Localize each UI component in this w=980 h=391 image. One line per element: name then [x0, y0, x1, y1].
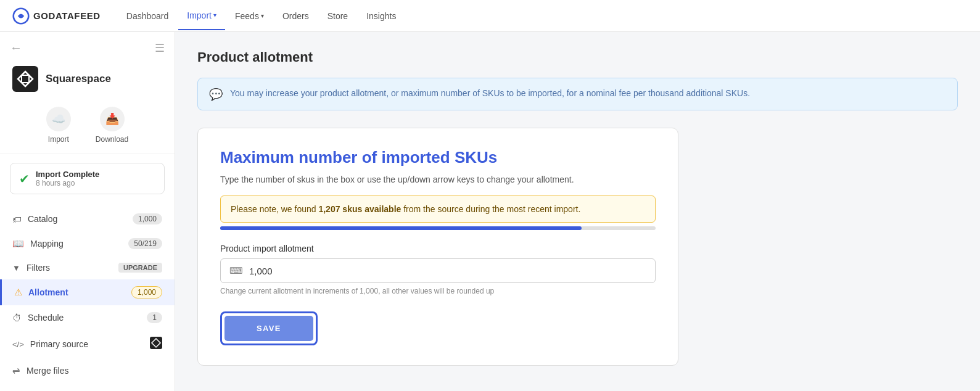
catalog-icon: 🏷	[12, 214, 22, 224]
sidebar-back-button[interactable]: ←	[10, 41, 22, 55]
progress-bar-fill	[220, 226, 582, 230]
schedule-icon: ⏱	[12, 313, 22, 323]
info-banner: 💬 You may increase your product allotmen…	[197, 78, 958, 110]
merge-files-icon: ⇌	[12, 365, 20, 376]
main-content: Product allotment 💬 You may increase you…	[175, 32, 980, 391]
allotment-badge: 1,000	[131, 286, 162, 298]
sidebar-menu-icon[interactable]: ☰	[155, 41, 165, 55]
logo-icon	[12, 7, 30, 25]
keyboard-icon: ⌨	[229, 265, 243, 276]
info-banner-text: You may increase your product allotment,…	[230, 87, 750, 100]
sidebar-item-mapping[interactable]: 📖 Mapping 50/219	[0, 231, 175, 256]
import-action-icon: ☁️	[46, 107, 71, 131]
field-label: Product import allotment	[220, 244, 656, 253]
nav-feeds[interactable]: Feeds▾	[226, 2, 273, 30]
catalog-label: Catalog	[28, 214, 57, 224]
primary-source-label: Primary source	[30, 339, 88, 349]
logo[interactable]: GODATAFEED	[12, 7, 101, 25]
import-action-label: Import	[48, 135, 69, 144]
sidebar-item-schedule[interactable]: ⏱ Schedule 1	[0, 305, 175, 330]
filters-badge: UPGRADE	[118, 263, 162, 273]
sidebar-item-primary-source[interactable]: </> Primary source	[0, 330, 175, 358]
nav-orders[interactable]: Orders	[274, 2, 318, 30]
nav-import[interactable]: Import▾	[178, 2, 225, 30]
save-btn-outer: SAVE	[220, 311, 318, 345]
import-action[interactable]: ☁️ Import	[46, 107, 71, 144]
logo-text: GODATAFEED	[33, 10, 101, 21]
sidebar-top-controls: ← ☰	[0, 32, 175, 64]
import-status-label: Import Complete	[36, 170, 99, 179]
download-action[interactable]: 📥 Download	[96, 107, 128, 144]
import-chevron-icon: ▾	[213, 12, 216, 19]
allotment-label: Allotment	[28, 287, 68, 297]
page-title: Product allotment	[197, 49, 958, 65]
nav-store[interactable]: Store	[319, 2, 356, 30]
schedule-label: Schedule	[28, 313, 64, 323]
sidebar-brand: Squarespace	[0, 64, 175, 102]
filters-icon: ▼	[12, 263, 20, 273]
primary-source-icon: </>	[12, 340, 24, 349]
primary-source-squarespace-icon	[150, 337, 162, 352]
nav-links: Dashboard Import▾ Feeds▾ Orders Store In…	[118, 2, 405, 30]
sidebar-nav: 🏷 Catalog 1,000 📖 Mapping 50/219 ▼ Filte…	[0, 203, 175, 391]
nav-insights[interactable]: Insights	[358, 2, 405, 30]
field-input-wrap: ⌨	[220, 258, 656, 283]
info-chat-icon: 💬	[209, 88, 223, 101]
sidebar-item-merge-files[interactable]: ⇌ Merge files	[0, 358, 175, 383]
sidebar: ← ☰ Squarespace ☁️ Import	[0, 32, 175, 391]
allotment-input[interactable]	[249, 266, 646, 276]
warning-box: Please note, we found 1,207 skus availab…	[220, 196, 656, 223]
allotment-card: Maximum number of imported SKUs Type the…	[197, 128, 678, 366]
sidebar-actions: ☁️ Import 📥 Download	[0, 102, 175, 154]
download-action-icon: 📥	[100, 107, 125, 131]
import-status-banner: ✔ Import Complete 8 hours ago	[10, 163, 165, 194]
sidebar-item-catalog[interactable]: 🏷 Catalog 1,000	[0, 207, 175, 231]
warning-text-pre: Please note, we found	[231, 204, 318, 214]
sidebar-item-filters[interactable]: ▼ Filters UPGRADE	[0, 256, 175, 279]
catalog-badge: 1,000	[133, 213, 162, 224]
warning-text-post: from the source during the most recent i…	[401, 204, 580, 214]
mapping-label: Mapping	[30, 239, 64, 249]
save-button[interactable]: SAVE	[224, 316, 313, 341]
card-subtitle: Type the number of skus in the box or us…	[220, 175, 656, 184]
squarespace-logo	[12, 66, 38, 92]
nav-dashboard[interactable]: Dashboard	[118, 2, 178, 30]
card-title: Maximum number of imported SKUs	[220, 148, 656, 167]
allotment-warning-icon: ⚠	[14, 287, 22, 298]
import-status-time: 8 hours ago	[36, 179, 99, 187]
feeds-chevron-icon: ▾	[261, 12, 264, 19]
save-btn-wrap: SAVE	[220, 311, 656, 345]
top-nav: GODATAFEED Dashboard Import▾ Feeds▾ Orde…	[0, 0, 980, 32]
progress-bar-wrap	[220, 226, 656, 230]
schedule-badge: 1	[147, 312, 162, 323]
download-action-label: Download	[96, 135, 128, 144]
filters-label: Filters	[27, 263, 50, 273]
mapping-badge: 50/219	[128, 238, 162, 249]
sidebar-item-allotment[interactable]: ⚠ Allotment 1,000	[0, 279, 175, 305]
import-status-check-icon: ✔	[19, 171, 30, 186]
mapping-icon: 📖	[12, 238, 24, 249]
field-hint: Change current allotment in increments o…	[220, 287, 656, 295]
svg-rect-1	[12, 66, 38, 92]
warning-bold: 1,207 skus available	[318, 204, 401, 214]
sidebar-brand-name: Squarespace	[46, 73, 111, 85]
merge-files-label: Merge files	[27, 366, 68, 376]
